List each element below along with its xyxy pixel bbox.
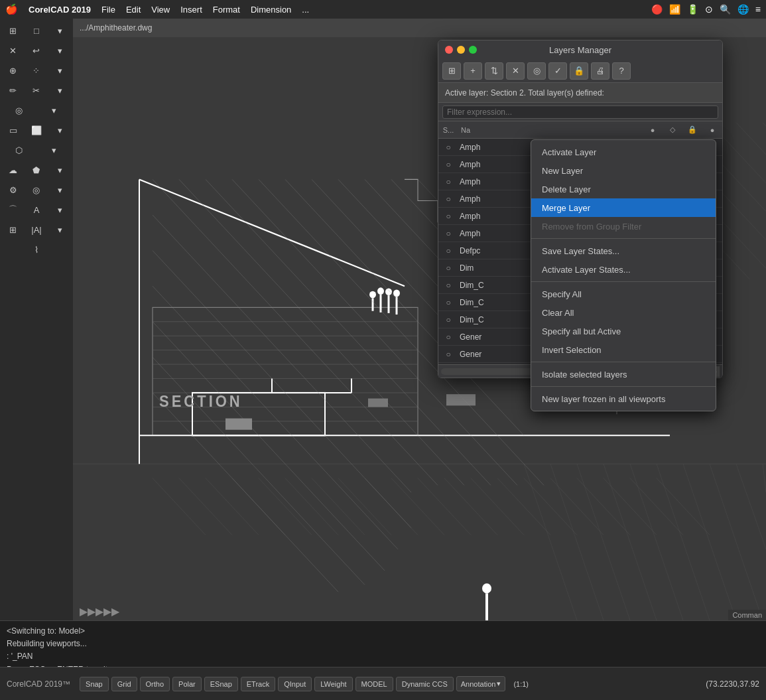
arrow5-btn[interactable]: ▾ bbox=[45, 102, 64, 118]
textA-btn[interactable]: |A| bbox=[27, 222, 46, 238]
context-menu-item[interactable]: Clear All bbox=[531, 303, 716, 322]
layer-eye-icon[interactable]: ○ bbox=[438, 315, 458, 324]
layer-eye-icon[interactable]: ○ bbox=[438, 194, 458, 204]
layer-eye-icon[interactable]: ○ bbox=[438, 212, 458, 221]
apple-menu[interactable]: 🍎 bbox=[5, 3, 18, 15]
menu-insert[interactable]: Insert bbox=[180, 5, 202, 15]
snap-btn[interactable]: Snap bbox=[80, 677, 109, 691]
cube-btn[interactable]: ⬡ bbox=[10, 142, 29, 158]
layer-eye-icon[interactable]: ○ bbox=[438, 298, 458, 307]
context-separator bbox=[531, 281, 716, 282]
arrow6-btn[interactable]: ▾ bbox=[50, 122, 69, 138]
cloud-btn[interactable]: ☁ bbox=[4, 162, 23, 178]
grid2-btn[interactable]: ⊞ bbox=[4, 222, 23, 238]
target-btn[interactable]: ◎ bbox=[27, 182, 46, 198]
filter-input[interactable] bbox=[442, 105, 718, 119]
context-separator bbox=[531, 386, 716, 387]
model-btn[interactable]: MODEL bbox=[355, 677, 393, 691]
dynamic-ccs-btn[interactable]: Dynamic CCS bbox=[396, 677, 454, 691]
menu-view[interactable]: View bbox=[151, 5, 170, 15]
layers-titlebar: Layers Manager bbox=[438, 40, 722, 59]
qinput-btn[interactable]: QInput bbox=[278, 677, 312, 691]
layer-eye-icon[interactable]: ○ bbox=[438, 143, 458, 152]
context-menu-item[interactable]: Activate Layer States... bbox=[531, 260, 716, 279]
context-menu-item[interactable]: Invert Selection bbox=[531, 340, 716, 359]
etrack-btn[interactable]: ETrack bbox=[241, 677, 275, 691]
layer-eye-icon[interactable]: ○ bbox=[438, 160, 458, 169]
grid-btn[interactable]: Grid bbox=[111, 677, 137, 691]
close-button[interactable] bbox=[445, 46, 453, 54]
context-menu-item[interactable]: Specify all but Active bbox=[531, 322, 716, 340]
context-menu-item[interactable]: New layer frozen in all viewports bbox=[531, 389, 716, 408]
arrow4-btn[interactable]: ▾ bbox=[50, 82, 69, 98]
col-color-header: ● bbox=[702, 126, 722, 134]
annotation-dropdown[interactable]: Annotation ▾ bbox=[456, 676, 506, 691]
arrow9-btn[interactable]: ▾ bbox=[50, 182, 69, 198]
col-name-header: Na bbox=[458, 126, 643, 134]
layers-print-btn[interactable]: 🖨 bbox=[591, 62, 609, 80]
arrow10-btn[interactable]: ▾ bbox=[50, 202, 69, 218]
layer-eye-icon[interactable]: ○ bbox=[438, 350, 458, 359]
arrow7-btn[interactable]: ▾ bbox=[45, 142, 64, 158]
layers-delete-btn[interactable]: ✕ bbox=[506, 62, 525, 80]
context-menu-item[interactable]: Merge Layer bbox=[531, 198, 716, 217]
maximize-button[interactable] bbox=[469, 46, 477, 54]
path-btn[interactable]: ⌒ bbox=[4, 202, 23, 218]
menu-format[interactable]: Format bbox=[213, 5, 240, 15]
viewport-btn[interactable]: ⊞ bbox=[4, 23, 23, 38]
layer-eye-icon[interactable]: ○ bbox=[438, 263, 458, 273]
layers-check-btn[interactable]: ✓ bbox=[548, 62, 567, 80]
wifi-icon: 📶 bbox=[669, 4, 680, 15]
search-icon[interactable]: 🔍 bbox=[720, 4, 731, 15]
context-menu: Activate LayerNew LayerDelete LayerMerge… bbox=[531, 139, 716, 411]
pen-btn[interactable]: ✏ bbox=[4, 82, 23, 98]
layer-eye-icon[interactable]: ○ bbox=[438, 246, 458, 255]
arrow11-btn[interactable]: ▾ bbox=[50, 222, 69, 238]
cross-btn[interactable]: ✕ bbox=[4, 42, 23, 58]
layer-eye-icon[interactable]: ○ bbox=[438, 177, 458, 186]
arrow8-btn[interactable]: ▾ bbox=[50, 162, 69, 178]
layers-help-btn[interactable]: ? bbox=[612, 62, 631, 80]
move-btn[interactable]: ⊕ bbox=[4, 62, 23, 78]
box-btn[interactable]: ⬜ bbox=[27, 122, 46, 138]
context-menu-item[interactable]: New Layer bbox=[531, 161, 716, 180]
lweight-btn[interactable]: LWeight bbox=[314, 677, 352, 691]
layers-move-btn[interactable]: ⇅ bbox=[485, 62, 503, 80]
layers-all-btn[interactable]: ⊞ bbox=[442, 62, 461, 80]
menu-dimension[interactable]: Dimension bbox=[251, 5, 291, 15]
menu-more[interactable]: ... bbox=[302, 5, 309, 15]
context-menu-item[interactable]: Activate Layer bbox=[531, 143, 716, 161]
context-menu-item[interactable]: Save Layer States... bbox=[531, 242, 716, 260]
menubar-right: 🔴 📶 🔋 ⊙ 🔍 🌐 ≡ bbox=[651, 4, 761, 15]
symbol-btn[interactable]: ⌇ bbox=[27, 242, 46, 257]
window-btn[interactable]: □ bbox=[27, 23, 46, 38]
context-menu-item[interactable]: Isolate selected layers bbox=[531, 365, 716, 384]
layers-eye-btn[interactable]: ◎ bbox=[527, 62, 546, 80]
layer-eye-icon[interactable]: ○ bbox=[438, 281, 458, 290]
context-menu-item[interactable]: Delete Layer bbox=[531, 180, 716, 198]
rect-btn[interactable]: ▭ bbox=[4, 122, 23, 138]
layers-add-btn[interactable]: + bbox=[464, 62, 482, 80]
layer-eye-icon[interactable]: ○ bbox=[438, 332, 458, 342]
esnap-btn[interactable]: ESnap bbox=[204, 677, 238, 691]
context-menu-item[interactable]: Specify All bbox=[531, 285, 716, 303]
layers-lock-btn[interactable]: 🔒 bbox=[570, 62, 588, 80]
ortho-btn[interactable]: Ortho bbox=[140, 677, 170, 691]
brand-label: CorelCAD 2019™ bbox=[7, 679, 70, 689]
scissors-btn[interactable]: ✂ bbox=[27, 82, 46, 98]
menu-file[interactable]: File bbox=[101, 5, 115, 15]
arrow2-btn[interactable]: ▾ bbox=[50, 42, 69, 58]
menu-edit[interactable]: Edit bbox=[126, 5, 141, 15]
circle-btn[interactable]: ◎ bbox=[10, 102, 29, 118]
minimize-button[interactable] bbox=[457, 46, 465, 54]
text-btn[interactable]: A bbox=[27, 202, 46, 218]
dots-btn[interactable]: ⁘ bbox=[27, 62, 46, 78]
layer-eye-icon[interactable]: ○ bbox=[438, 229, 458, 238]
undo-btn[interactable]: ↩ bbox=[27, 42, 46, 58]
toolbar-row-12: ⌇ bbox=[1, 240, 72, 259]
arrow-btn[interactable]: ▾ bbox=[50, 23, 69, 38]
polar-btn[interactable]: Polar bbox=[172, 677, 202, 691]
gear-btn[interactable]: ⚙ bbox=[4, 182, 23, 198]
arrow3-btn[interactable]: ▾ bbox=[50, 62, 69, 78]
shape-btn[interactable]: ⬟ bbox=[27, 162, 46, 178]
